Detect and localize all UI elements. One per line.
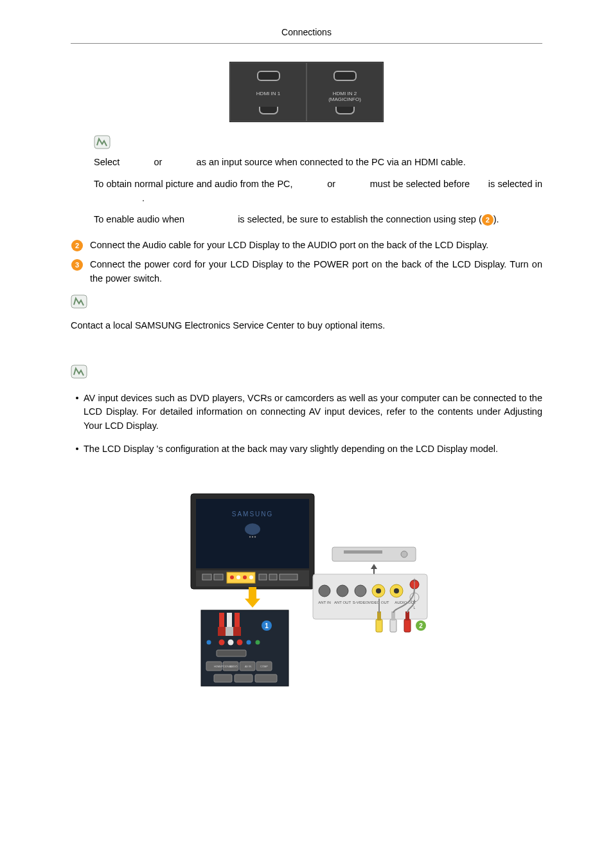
hdmi1-keyword: HDMI1 xyxy=(122,157,151,167)
svg-rect-41 xyxy=(235,674,253,682)
svg-point-53 xyxy=(319,585,330,597)
svg-text:L: L xyxy=(414,606,416,610)
svg-point-49 xyxy=(401,551,407,557)
step-3-badge: 3 xyxy=(71,259,84,271)
svg-rect-20 xyxy=(249,587,256,599)
page-header-title: Connections xyxy=(71,26,542,44)
svg-rect-71 xyxy=(405,611,409,620)
hdmi2-keyword: HDMI2 xyxy=(164,157,193,167)
hdmi-port-1-label: HDMI IN 1 xyxy=(256,91,280,103)
svg-text:COMP: COMP xyxy=(260,665,268,668)
step-2-row: 2 Connect the Audio cable for your LCD D… xyxy=(71,239,542,253)
note2-text: Contact a local SAMSUNG Electronics Serv… xyxy=(71,319,542,333)
svg-point-13 xyxy=(230,575,234,579)
bullet-2-text: The LCD Display 's configuration at the … xyxy=(84,442,542,457)
svg-rect-66 xyxy=(377,611,381,620)
note-icon xyxy=(94,135,111,149)
svg-rect-23 xyxy=(219,613,224,628)
step-2-number-icon: 2 xyxy=(71,240,83,251)
svg-point-7 xyxy=(252,536,253,538)
hdmi-port-2: HDMI IN 2 (MAGICINFO) xyxy=(306,62,383,122)
diag-port-svideo: S-VIDEO xyxy=(353,601,369,604)
step-3-row: 3 Connect the power cord for your LCD Di… xyxy=(71,258,542,286)
svg-rect-68 xyxy=(390,619,396,632)
av-connection-diagram: SAMSUNG xyxy=(184,491,429,694)
hdmi-port-under-shape xyxy=(259,107,278,114)
note-block-3: Note xyxy=(71,365,542,385)
hdmi-port-1: HDMI IN 1 xyxy=(230,62,306,122)
svg-rect-11 xyxy=(214,574,223,580)
av-diagram-svg: SAMSUNG xyxy=(184,491,429,690)
step-2-text: Connect the Audio cable for your LCD Dis… xyxy=(90,239,542,253)
note1-paragraph-3: To enable audio when DVI Device is selec… xyxy=(94,213,542,227)
svg-point-54 xyxy=(337,585,348,597)
diag-port-antout: ANT OUT xyxy=(334,601,351,604)
hdmi-port-under-shape xyxy=(335,107,355,114)
svg-marker-50 xyxy=(371,564,377,569)
svg-rect-40 xyxy=(214,674,232,682)
svg-rect-28 xyxy=(233,627,241,636)
subheading-connecting-av: Connecting AV Devices xyxy=(71,469,542,484)
step-ref-2-icon: 2 xyxy=(482,214,493,226)
svg-rect-70 xyxy=(404,619,411,632)
list-item: • The LCD Display 's configuration at th… xyxy=(71,442,542,457)
svg-text:AUDIO: AUDIO xyxy=(229,665,238,668)
svg-rect-27 xyxy=(226,627,233,636)
hdmi-port-2-label-line1: HDMI IN 2 xyxy=(333,91,357,96)
note-icon xyxy=(71,294,87,309)
av-bullet-list: • AV input devices such as DVD players, … xyxy=(71,392,542,457)
hdmi-port-2-label: HDMI IN 2 (MAGICINFO) xyxy=(328,91,361,103)
svg-text:1: 1 xyxy=(265,622,269,629)
list-item: • AV input devices such as DVD players, … xyxy=(71,392,542,433)
svg-point-29 xyxy=(207,640,211,645)
svg-rect-10 xyxy=(202,574,211,580)
svg-rect-1 xyxy=(71,295,87,308)
svg-rect-42 xyxy=(255,674,277,682)
svg-rect-65 xyxy=(376,619,382,632)
svg-rect-69 xyxy=(391,611,395,620)
step-3-text: Connect the power cord for your LCD Disp… xyxy=(90,258,542,286)
svg-point-30 xyxy=(219,640,225,646)
svg-text:AV IN: AV IN xyxy=(245,665,251,668)
svg-point-55 xyxy=(355,585,366,597)
diagram-badge-1: 1 xyxy=(262,620,272,631)
svg-point-14 xyxy=(236,575,240,579)
bullet-icon: • xyxy=(71,392,84,433)
svg-point-16 xyxy=(249,575,253,579)
hdmi-port-2-label-line2: (MAGICINFO) xyxy=(328,96,361,102)
step-2-badge: 2 xyxy=(71,240,84,251)
bullet-icon: • xyxy=(71,442,84,457)
svg-rect-26 xyxy=(218,627,226,636)
svg-rect-2 xyxy=(71,365,87,378)
svg-rect-35 xyxy=(217,650,246,656)
svg-rect-0 xyxy=(94,136,110,149)
note1-paragraph-2: To obtain normal picture and audio from … xyxy=(94,177,542,206)
note-block-2: Note Contact a local SAMSUNG Electronics… xyxy=(71,294,542,333)
note1-paragraph-1: Select HDMI1 or HDMI2 as an input source… xyxy=(94,156,542,170)
svg-text:2: 2 xyxy=(419,622,423,629)
hdmi2-keyword: HDMI2 xyxy=(338,179,367,189)
diagram-badge-2: 2 xyxy=(416,620,426,631)
svg-rect-19 xyxy=(280,574,298,580)
svg-point-6 xyxy=(249,536,251,538)
diag-port-antin: ANT IN xyxy=(318,601,331,604)
step-3-number-icon: 3 xyxy=(71,259,83,271)
svg-point-8 xyxy=(254,536,256,538)
svg-point-34 xyxy=(256,640,260,645)
hdmi1-keyword: HDMI1 xyxy=(296,179,324,189)
hdmi-port-panel: HDMI IN 1 HDMI IN 2 (MAGICINFO) xyxy=(229,62,384,122)
svg-point-32 xyxy=(237,640,243,646)
svg-rect-24 xyxy=(227,613,232,628)
page: Connections HDMI IN 1 HDMI IN 2 (MAGICIN… xyxy=(0,0,613,720)
svg-rect-18 xyxy=(269,574,277,580)
svg-point-59 xyxy=(394,588,399,593)
svg-text:R: R xyxy=(413,579,416,583)
svg-rect-17 xyxy=(259,574,267,580)
svg-marker-21 xyxy=(245,599,260,608)
section-heading-av: Connecting to Other devices xyxy=(71,346,542,361)
hdmi-port-shape xyxy=(257,71,280,81)
svg-point-5 xyxy=(245,523,260,535)
bullet-1-text: AV input devices such as DVD players, VC… xyxy=(84,392,542,433)
svg-point-57 xyxy=(376,588,381,593)
edit-name-keyword: Edit Name xyxy=(94,193,139,203)
